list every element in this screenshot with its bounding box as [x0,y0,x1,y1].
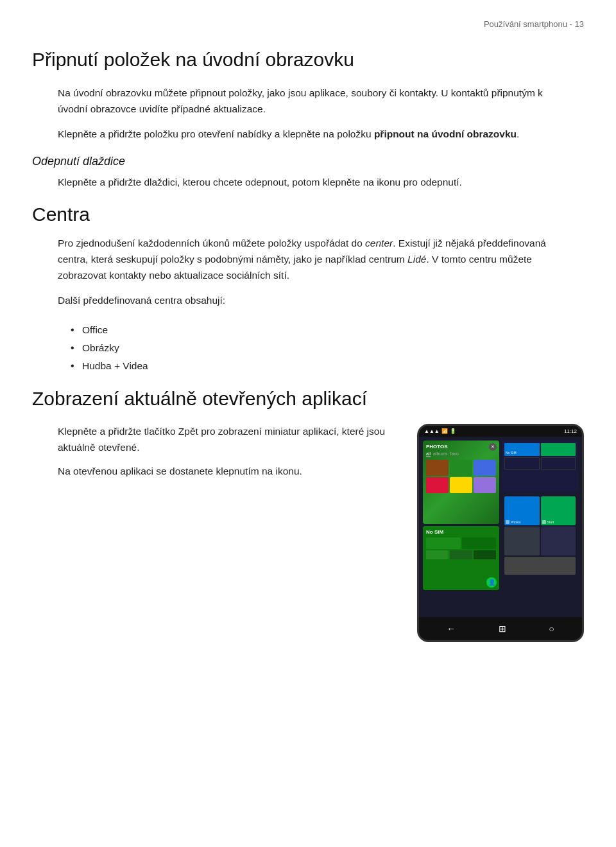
status-bar: ▲▲▲ 📶 🔋 11:12 [419,426,582,437]
list-item-hudba: Hudba + Videa [71,357,584,375]
photo-cell-2 [450,460,472,476]
intro-paragraph-1: Na úvodní obrazovku můžete připnout polo… [58,85,558,118]
signal-icon: ▲▲▲ [424,428,440,434]
start-tile-2: Start [541,496,576,525]
phone-screen: ▲▲▲ 📶 🔋 11:12 ✕ [419,426,582,640]
odepnuti-title: Odepnutí dlaždice [32,155,584,168]
tab-all[interactable]: all [426,451,431,457]
sim-tile-4 [450,550,472,559]
list-item-office: Office [71,321,584,339]
centra-paragraph-2: Další předdefinovaná centra obsahují: [58,293,558,309]
zobrazeni-paragraph-1: Klepněte a přidržte tlačítko Zpět pro zo… [58,424,398,456]
contact-icon: 👤 [486,577,497,588]
office-tile-1-label: No SIM [506,451,517,455]
status-time: 11:12 [564,428,577,434]
windows-button[interactable]: ⊞ [499,624,506,634]
photos-grid [426,460,496,493]
battery-icon: 🔋 [450,428,456,434]
zobrazeni-title: Zobrazení aktuálně otevřených aplikací [32,388,584,410]
photos-title: PHOTOS [426,444,496,450]
sim-tile-5 [474,550,496,559]
centra-paragraph-1: Pro zjednodušení každodenních úkonů může… [58,236,558,283]
photo-cell-1 [426,460,449,476]
phone-navigation: ← ⊞ ○ [419,617,582,640]
contact-label: No SIM [426,529,496,535]
start-tile-2-label: Start [542,520,554,524]
odepnuti-text: Klepněte a přidržte dlaždici, kterou chc… [58,175,558,191]
office-tile-1: No SIM [504,443,540,456]
centra-title: Centra [32,204,584,225]
office-tile-4 [541,457,576,470]
tile-icon-2 [542,520,546,524]
start-tile-4 [541,527,576,555]
centra-list: Office Obrázky Hudba + Videa [71,321,584,375]
start-tile-1: Photos [504,496,540,525]
photo-cell-5 [450,477,472,493]
photo-cell-4 [426,477,449,493]
start-tile-1-label: Photos [506,520,521,524]
app-thumb-office: No SIM [502,441,578,492]
app-thumb-start: Photos Start [502,494,578,590]
photo-cell-3 [474,460,496,476]
start-tile-wide [504,557,576,575]
tab-favo[interactable]: favo [450,451,459,457]
office-tile-3 [504,457,540,470]
wifi-icon: 📶 [441,428,448,434]
app-thumb-contact: No SIM [423,526,499,590]
page-header: Používání smartphonu - 13 [32,19,584,29]
close-app-btn[interactable]: ✕ [489,443,497,451]
back-button[interactable]: ← [447,624,456,634]
office-tile-2 [541,443,576,456]
zobrazeni-paragraph-2: Na otevřenou aplikaci se dostanete klepn… [58,464,398,480]
photo-cell-6 [474,477,496,493]
tab-albums[interactable]: albums [433,451,448,457]
photos-content: PHOTOS all albums favo [423,441,499,496]
intro-paragraph-2: Klepněte a přidržte položku pro otevření… [58,127,558,143]
sim-tile-1 [426,537,461,549]
phone-mockup: ▲▲▲ 📶 🔋 11:12 ✕ [417,424,584,642]
page-title: Připnutí položek na úvodní obrazovku [32,48,584,71]
app-thumb-photos: ✕ PHOTOS all albums favo [423,441,499,524]
zobrazeni-text-col: Klepněte a přidržte tlačítko Zpět pro zo… [58,424,398,642]
start-tile-3 [504,527,540,555]
sim-tile-3 [426,550,449,559]
app-switcher: ✕ PHOTOS all albums favo [419,437,582,613]
tile-icon [506,520,509,524]
list-item-obrazky: Obrázky [71,339,584,357]
search-button[interactable]: ○ [549,624,554,634]
status-icons: ▲▲▲ 📶 🔋 [424,428,456,434]
sim-tile-2 [462,537,497,549]
